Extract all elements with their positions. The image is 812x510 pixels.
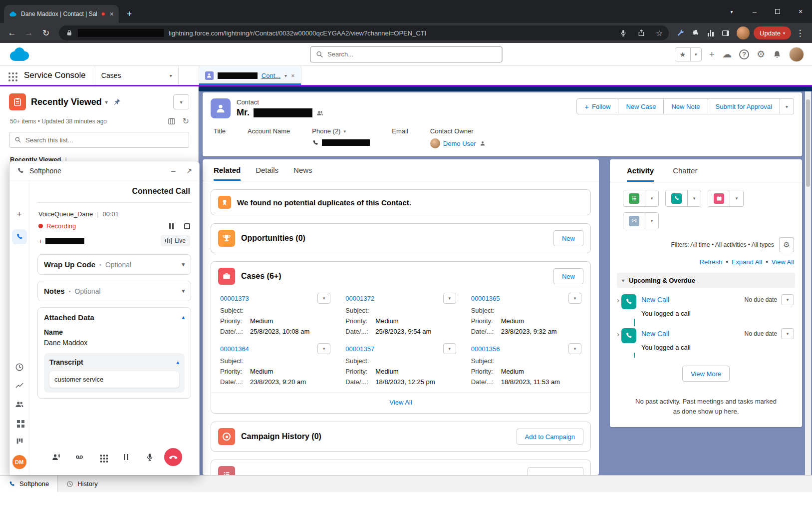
close-tab-icon[interactable]: × bbox=[291, 72, 295, 79]
change-owner-icon[interactable] bbox=[479, 140, 486, 147]
new-event-button[interactable] bbox=[708, 190, 730, 206]
bookmark-star-icon[interactable]: ☆ bbox=[653, 26, 666, 39]
tab-activity[interactable]: Activity bbox=[627, 159, 654, 182]
cropped-action-button[interactable] bbox=[528, 467, 583, 475]
favorites-dropdown-icon[interactable]: ▾ bbox=[690, 48, 701, 61]
history-icon[interactable] bbox=[15, 363, 24, 372]
pin-icon[interactable] bbox=[113, 98, 121, 106]
add-icon[interactable]: + bbox=[16, 209, 22, 220]
nav-tab-cases[interactable]: Cases ▾ bbox=[95, 66, 179, 85]
case-row-actions-dropdown[interactable]: ▾ bbox=[568, 293, 581, 304]
chevron-down-icon[interactable]: ▾ bbox=[170, 73, 172, 78]
new-note-button[interactable]: New Note bbox=[664, 98, 708, 114]
scrollbar-thumb[interactable] bbox=[806, 99, 810, 187]
expand-all-link[interactable]: Expand All bbox=[732, 258, 762, 266]
new-opportunity-button[interactable]: New bbox=[553, 230, 583, 246]
popout-icon[interactable]: ↗ bbox=[186, 167, 192, 175]
analytics-chart-icon[interactable] bbox=[15, 381, 24, 390]
side-panel-icon[interactable] bbox=[719, 26, 733, 40]
tab-related[interactable]: Related bbox=[214, 159, 241, 181]
email-button[interactable]: ✉ bbox=[623, 213, 645, 229]
case-number-link[interactable]: 00001356 bbox=[471, 345, 500, 353]
global-search[interactable] bbox=[310, 46, 502, 62]
timeline-item-dropdown[interactable]: ▾ bbox=[781, 328, 794, 339]
global-search-input[interactable] bbox=[327, 50, 497, 58]
monitor-whisper-button[interactable] bbox=[47, 448, 65, 466]
case-row-actions-dropdown[interactable]: ▾ bbox=[443, 293, 456, 304]
case-row-actions-dropdown[interactable]: ▾ bbox=[443, 343, 456, 354]
address-bar[interactable]: lightning.force.com/lightning/r/Contact/… bbox=[59, 25, 669, 40]
browser-menu-kebab-icon[interactable]: ⋮ bbox=[792, 25, 808, 41]
event-dropdown-icon[interactable]: ▾ bbox=[730, 190, 743, 206]
window-maximize-button[interactable] bbox=[766, 0, 789, 23]
new-task-button[interactable] bbox=[623, 190, 645, 206]
minimize-icon[interactable]: – bbox=[171, 166, 175, 175]
chevron-down-icon[interactable]: ▾ bbox=[343, 129, 346, 134]
extensions-puzzle-icon[interactable] bbox=[689, 26, 703, 40]
browser-tab[interactable]: Dane Maddox | Contact | Sal × bbox=[4, 5, 119, 23]
add-to-campaign-button[interactable]: Add to Campaign bbox=[517, 429, 583, 445]
list-search[interactable] bbox=[9, 132, 189, 148]
end-call-button[interactable] bbox=[164, 448, 182, 466]
search-tabs-icon[interactable]: ▾ bbox=[720, 0, 743, 23]
tab-close-icon[interactable]: × bbox=[110, 10, 114, 18]
apps-grid-icon[interactable] bbox=[15, 418, 24, 427]
voicemail-button[interactable] bbox=[70, 448, 88, 466]
case-number-link[interactable]: 00001365 bbox=[471, 295, 500, 302]
campaign-history-title[interactable]: Campaign History (0) bbox=[241, 432, 321, 441]
case-number-link[interactable]: 00001357 bbox=[345, 345, 374, 353]
hierarchy-icon[interactable] bbox=[316, 109, 323, 116]
refresh-link[interactable]: Refresh bbox=[700, 258, 723, 266]
list-view-controls-dropdown[interactable]: ▾ bbox=[173, 94, 189, 109]
utility-softphone[interactable]: Softphone bbox=[0, 476, 58, 492]
activity-settings-gear-icon[interactable]: ⚙ bbox=[779, 237, 794, 252]
reload-button[interactable]: ↻ bbox=[38, 25, 54, 41]
pause-recording-icon[interactable] bbox=[169, 223, 174, 229]
chevron-down-icon[interactable]: ▾ bbox=[182, 288, 185, 294]
owner-link[interactable]: Demo User bbox=[443, 140, 476, 147]
display-columns-icon[interactable] bbox=[168, 117, 176, 125]
timeline-item-link[interactable]: New Call bbox=[641, 296, 669, 304]
upcoming-overdue-section-header[interactable]: ▾ Upcoming & Overdue bbox=[617, 273, 795, 288]
dialpad-button[interactable] bbox=[94, 448, 112, 466]
list-view-title[interactable]: Recently Viewed ▾ bbox=[31, 97, 108, 107]
chevron-down-icon[interactable]: ▾ bbox=[182, 261, 185, 268]
new-case-button[interactable]: New bbox=[553, 268, 583, 284]
back-button[interactable]: ← bbox=[4, 25, 20, 41]
refresh-icon[interactable]: ↻ bbox=[183, 116, 189, 126]
rail-phone-icon[interactable] bbox=[12, 229, 27, 244]
new-case-button[interactable]: New Case bbox=[618, 98, 664, 114]
chrome-update-button[interactable]: Update ▾ bbox=[754, 26, 791, 39]
cases-view-all-link[interactable]: View All bbox=[389, 399, 412, 406]
chevron-up-icon[interactable]: ▴ bbox=[182, 314, 185, 321]
view-all-link[interactable]: View All bbox=[772, 258, 794, 266]
share-icon[interactable] bbox=[635, 26, 648, 39]
forward-button[interactable]: → bbox=[21, 25, 37, 41]
log-a-call-button-group[interactable]: ▾ bbox=[665, 190, 701, 207]
mute-mic-button[interactable] bbox=[141, 448, 159, 466]
chevron-up-icon[interactable]: ▴ bbox=[176, 359, 179, 366]
board-icon[interactable] bbox=[15, 437, 24, 446]
notifications-bell-icon[interactable] bbox=[773, 50, 782, 59]
follow-button[interactable]: +Follow bbox=[576, 98, 618, 114]
favorites-star-icon[interactable]: ★ bbox=[675, 48, 690, 61]
transcript-value[interactable]: customer service bbox=[49, 371, 179, 388]
expand-chevron-icon[interactable]: › bbox=[617, 330, 619, 338]
workspace-tab-contact[interactable]: Cont... ▾ × bbox=[199, 66, 301, 85]
window-minimize-button[interactable]: – bbox=[743, 0, 766, 23]
vertical-scrollbar[interactable] bbox=[805, 91, 811, 475]
notes-section[interactable]: Notes • Optional ▾ bbox=[37, 281, 191, 301]
submit-for-approval-button[interactable]: Submit for Approval bbox=[708, 98, 780, 114]
case-row-actions-dropdown[interactable]: ▾ bbox=[568, 343, 581, 354]
log-a-call-button[interactable] bbox=[666, 190, 688, 206]
stop-recording-icon[interactable] bbox=[184, 223, 190, 229]
voice-search-mic-icon[interactable] bbox=[617, 26, 630, 39]
new-event-button-group[interactable]: ▾ bbox=[708, 190, 744, 207]
new-tab-button[interactable]: + bbox=[122, 6, 137, 21]
opportunities-title[interactable]: Opportunities (0) bbox=[241, 234, 305, 243]
contacts-icon[interactable] bbox=[15, 400, 24, 409]
task-dropdown-icon[interactable]: ▾ bbox=[645, 190, 658, 206]
browser-profile-avatar[interactable] bbox=[737, 26, 750, 39]
case-number-link[interactable]: 00001373 bbox=[220, 295, 249, 302]
tab-details[interactable]: Details bbox=[256, 159, 278, 181]
